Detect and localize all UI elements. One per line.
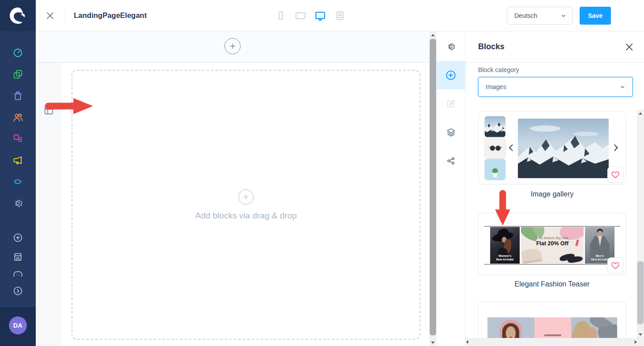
gallery-thumbnail-plant[interactable] [484,159,506,180]
editor-tool-strip [436,31,465,346]
viewport-switcher [275,9,346,22]
user-avatar[interactable]: DA [9,316,27,334]
canvas-toolbar [36,31,429,63]
blocks-panel: Blocks Block category Images [465,31,644,346]
favorite-block-button[interactable] [607,257,623,273]
blocks-scrollbar-thumb[interactable] [637,261,644,325]
gallery-next-icon[interactable] [611,143,621,153]
extensions-icon[interactable] [13,176,23,187]
gear-icon [446,42,456,51]
block-category-select[interactable]: Images [478,77,633,97]
canvas-scrollbar[interactable] [429,31,436,346]
settings-icon[interactable] [13,198,23,209]
block-label: Elegant Fashion Teaser [478,280,626,288]
edit-blocks-tool[interactable] [436,90,465,118]
annotation-arrow-right [44,96,94,116]
scroll-left-arrow[interactable] [466,340,468,344]
scroll-up-arrow[interactable] [429,31,436,38]
annotation-arrow-down [494,189,511,226]
block-dropzone[interactable]: Add blocks via drag & drop [72,70,420,340]
blocks-horizontal-scrollbar[interactable] [466,338,637,346]
language-value: Deutsch [514,12,537,19]
gallery-thumbnail-mountain[interactable] [484,116,506,137]
admin-sidebar: DA [0,0,36,346]
marketing-icon[interactable] [13,155,23,166]
add-shortcut-icon[interactable] [13,232,23,243]
main-navigation [0,47,36,209]
close-icon [45,10,55,21]
language-selector[interactable]: Deutsch [507,7,573,25]
desktop-viewport-icon[interactable] [314,9,326,22]
close-panel-button[interactable] [624,42,635,52]
add-blocks-tool[interactable] [436,61,465,90]
canvas-region: Add blocks via drag & drop [36,31,429,346]
heart-icon [611,170,620,179]
clipped-module-icon[interactable] [13,270,23,277]
gallery-main-image [518,119,609,178]
store-icon[interactable] [13,252,23,262]
orders-icon[interactable] [13,90,23,101]
share-tool[interactable] [436,146,465,175]
plus-icon [229,42,237,50]
block-category-label: Block category [478,66,519,73]
blocks-list-scrollbar[interactable] [637,110,644,338]
dropzone-plus-icon [238,189,254,205]
favorite-block-button[interactable] [607,167,623,183]
gallery-thumbnail-sunglasses[interactable] [484,137,506,159]
share-icon [446,156,456,166]
close-icon [624,42,635,52]
page-title: LandingPageElegant [74,11,147,20]
avatar-initials: DA [13,322,22,329]
panel-title: Blocks [478,42,504,51]
block-preview-image-gallery[interactable] [478,111,626,184]
gallery-prev-icon[interactable] [506,143,516,153]
expand-sidebar-icon[interactable] [13,286,23,296]
topbar-divider [65,8,66,24]
shopware-logo[interactable] [0,0,36,31]
close-editor-button[interactable] [45,10,55,21]
layers-icon [446,127,456,137]
plus-circle-icon [445,69,457,81]
scrollbar-corner [637,338,644,346]
form-viewport-icon[interactable] [334,9,346,22]
page-settings-tool[interactable] [436,32,465,61]
blocks-panel-header: Blocks [466,31,644,63]
teaser-tagline: This Season Big Sale [521,236,584,239]
chevron-down-icon [560,12,567,19]
teaser-headline: Flat 20% Off [521,240,584,247]
navigator-layers-tool[interactable] [436,118,465,146]
customers-icon[interactable] [13,112,23,123]
teaser-women-image: Women'sNew Arrivals [490,227,520,264]
dropzone-label: Add blocks via drag & drop [195,211,297,221]
scroll-down-arrow[interactable] [637,331,644,338]
block-category-value: Images [486,83,506,90]
heart-icon [611,261,620,270]
teaser-preview-strip: Women'sNew Arrivals This Season Big Sale… [484,226,620,265]
save-button[interactable]: Save [580,7,611,25]
tablet-viewport-icon[interactable] [294,9,307,22]
mobile-viewport-icon[interactable] [275,9,287,22]
catalogues-icon[interactable] [13,69,23,80]
add-section-button[interactable] [225,38,241,54]
chevron-down-icon [619,83,626,90]
cms-editor-screen: DA LandingPageElegant Deutsch [0,0,644,346]
user-strip: DA [0,307,36,346]
content-icon[interactable] [13,133,23,144]
canvas-scrollbar-thumb[interactable] [429,38,436,336]
dashboard-icon[interactable] [13,47,23,58]
teaser-sale-image: This Season Big Sale Flat 20% Off [521,227,584,264]
scroll-down-arrow[interactable] [429,339,436,346]
scroll-up-arrow[interactable] [637,110,644,117]
editor-topbar: LandingPageElegant Deutsch Save [36,0,644,31]
pencil-icon [446,99,456,109]
shopware-logo-icon [8,6,27,25]
